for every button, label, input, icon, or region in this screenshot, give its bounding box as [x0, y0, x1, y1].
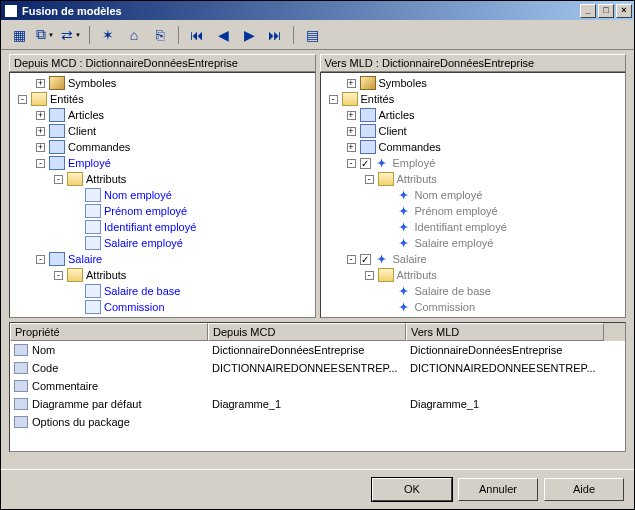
- collapse-icon[interactable]: -: [329, 95, 338, 104]
- tree-node[interactable]: ✦Salaire employé: [321, 235, 626, 251]
- tree-node-label: Entités: [50, 93, 84, 105]
- tree-node-label: Symboles: [68, 77, 116, 89]
- tree-node-label: Articles: [379, 109, 415, 121]
- tree-node[interactable]: +Commandes: [10, 139, 315, 155]
- expand-icon[interactable]: +: [347, 143, 356, 152]
- tree-node[interactable]: +Articles: [10, 107, 315, 123]
- tree-node[interactable]: ✦Commission: [321, 299, 626, 315]
- tree-node[interactable]: -✓✦Employé: [321, 155, 626, 171]
- expand-icon[interactable]: +: [36, 111, 45, 120]
- tree-node-label: Commandes: [379, 141, 441, 153]
- bookmark-icon[interactable]: ⎘: [150, 25, 170, 45]
- column-header[interactable]: Propriété: [10, 323, 208, 341]
- tree-node[interactable]: +Client: [10, 123, 315, 139]
- tree-node[interactable]: -✓✦Salaire: [321, 251, 626, 267]
- collapse-icon[interactable]: -: [365, 175, 374, 184]
- tree-node[interactable]: +Articles: [321, 107, 626, 123]
- tree-node[interactable]: Salaire employé: [10, 235, 315, 251]
- collapse-icon[interactable]: -: [36, 255, 45, 264]
- tree-node[interactable]: -Salaire: [10, 251, 315, 267]
- copy-icon[interactable]: ⧉: [35, 25, 55, 45]
- left-tree[interactable]: +Symboles-Entités+Articles+Client+Comman…: [9, 72, 316, 318]
- right-tree[interactable]: +Symboles-Entités+Articles+Client+Comman…: [320, 72, 627, 318]
- collapse-icon[interactable]: -: [347, 255, 356, 264]
- expand-icon[interactable]: +: [36, 79, 45, 88]
- tree-node[interactable]: ✦Identifiant employé: [321, 219, 626, 235]
- collapse-icon[interactable]: -: [347, 159, 356, 168]
- tree-node[interactable]: -Attributs: [10, 171, 315, 187]
- nav-prev-icon[interactable]: ◀: [213, 25, 233, 45]
- expand-icon[interactable]: +: [347, 111, 356, 120]
- property-name: Code: [32, 362, 58, 374]
- maximize-button[interactable]: □: [598, 4, 614, 18]
- column-header[interactable]: Vers MLD: [406, 323, 604, 341]
- expand-icon[interactable]: +: [347, 127, 356, 136]
- tree-node[interactable]: ✦Prénom employé: [321, 203, 626, 219]
- tree-node[interactable]: -Attributs: [10, 267, 315, 283]
- tree-node[interactable]: ✦Nom employé: [321, 187, 626, 203]
- expand-icon[interactable]: +: [36, 143, 45, 152]
- property-row[interactable]: Options du package: [10, 413, 625, 431]
- collapse-icon[interactable]: -: [54, 271, 63, 280]
- tree-node[interactable]: Salaire de base: [10, 283, 315, 299]
- checkbox[interactable]: ✓: [360, 254, 371, 265]
- window: Fusion de modèles _ □ × ▦⧉⇄✶⌂⎘⏮◀▶⏭▤ Depu…: [0, 0, 635, 510]
- property-name: Commentaire: [32, 380, 98, 392]
- tree-node-label: Attributs: [86, 269, 126, 281]
- compare-icon[interactable]: ⇄: [61, 25, 81, 45]
- property-row[interactable]: Diagramme par défautDiagramme_1Diagramme…: [10, 395, 625, 413]
- tree-node-label: Salaire de base: [104, 285, 180, 297]
- toolbar-separator: [293, 26, 294, 44]
- close-button[interactable]: ×: [616, 4, 632, 18]
- tree-node-label: Prénom employé: [415, 205, 498, 217]
- collapse-icon[interactable]: -: [36, 159, 45, 168]
- folder-icon: [31, 92, 47, 106]
- tree-node[interactable]: Prénom employé: [10, 203, 315, 219]
- collapse-icon[interactable]: -: [365, 271, 374, 280]
- tree-node[interactable]: Commission: [10, 299, 315, 315]
- nav-first-icon[interactable]: ⏮: [187, 25, 207, 45]
- entity-icon: [49, 252, 65, 266]
- property-cell: DICTIONNAIREDONNEESENTREP...: [208, 362, 406, 374]
- tree-node[interactable]: +Symboles: [10, 75, 315, 91]
- property-row[interactable]: CodeDICTIONNAIREDONNEESENTREP...DICTIONN…: [10, 359, 625, 377]
- new-icon[interactable]: ✶: [98, 25, 118, 45]
- window-title: Fusion de modèles: [22, 5, 580, 17]
- property-cell: Diagramme_1: [406, 398, 604, 410]
- tree-node[interactable]: +Client: [321, 123, 626, 139]
- property-icon: [14, 362, 28, 374]
- column-header[interactable]: Depuis MCD: [208, 323, 406, 341]
- tree-node[interactable]: -Attributs: [321, 267, 626, 283]
- tree-node[interactable]: Nom employé: [10, 187, 315, 203]
- cancel-button[interactable]: Annuler: [458, 478, 538, 501]
- entity-icon: [360, 140, 376, 154]
- property-cell: Diagramme par défaut: [10, 398, 208, 410]
- tree-node[interactable]: +Symboles: [321, 75, 626, 91]
- expand-icon[interactable]: +: [347, 79, 356, 88]
- tree-node[interactable]: -Employé: [10, 155, 315, 171]
- expand-icon[interactable]: +: [36, 127, 45, 136]
- nav-last-icon[interactable]: ⏭: [265, 25, 285, 45]
- report-icon[interactable]: ▤: [302, 25, 322, 45]
- properties-grid[interactable]: PropriétéDepuis MCDVers MLDNomDictionnai…: [9, 322, 626, 452]
- tag-icon[interactable]: ⌂: [124, 25, 144, 45]
- property-row[interactable]: NomDictionnaireDonnéesEntrepriseDictionn…: [10, 341, 625, 359]
- tree-node[interactable]: -Attributs: [321, 171, 626, 187]
- tree-node[interactable]: +Commandes: [321, 139, 626, 155]
- tree-node[interactable]: -Entités: [10, 91, 315, 107]
- checkbox[interactable]: ✓: [360, 158, 371, 169]
- property-name: Options du package: [32, 416, 130, 428]
- minimize-button[interactable]: _: [580, 4, 596, 18]
- tree-node[interactable]: Identifiant employé: [10, 219, 315, 235]
- ok-button[interactable]: OK: [372, 478, 452, 501]
- tree-node[interactable]: ✦Salaire de base: [321, 283, 626, 299]
- collapse-icon[interactable]: -: [18, 95, 27, 104]
- toolbar-separator: [178, 26, 179, 44]
- property-row[interactable]: Commentaire: [10, 377, 625, 395]
- collapse-icon[interactable]: -: [54, 175, 63, 184]
- tree-node[interactable]: -Entités: [321, 91, 626, 107]
- help-button[interactable]: Aide: [544, 478, 624, 501]
- open-icon[interactable]: ▦: [9, 25, 29, 45]
- nav-next-icon[interactable]: ▶: [239, 25, 259, 45]
- property-icon: [14, 416, 28, 428]
